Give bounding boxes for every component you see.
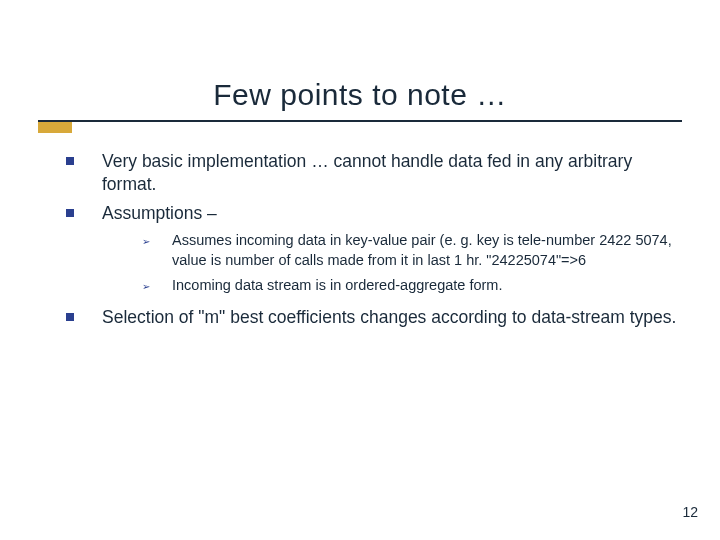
list-item: Very basic implementation … cannot handl… [66,150,684,196]
list-item: Assumptions – [66,202,684,225]
title-underline [38,120,682,122]
square-bullet-icon [66,150,102,196]
title-area: Few points to note … [0,78,720,112]
list-item: Selection of "m" best coefficients chang… [66,306,684,329]
list-item-text: Assumes incoming data in key-value pair … [172,231,684,270]
list-item-text: Assumptions – [102,202,684,225]
slide-title: Few points to note … [0,78,720,112]
list-item: ➢ Incoming data stream is in ordered-agg… [142,276,684,296]
page-number: 12 [682,504,698,520]
arrow-bullet-icon: ➢ [142,231,172,270]
slide-body: Very basic implementation … cannot handl… [66,150,684,335]
sublist: ➢ Assumes incoming data in key-value pai… [142,231,684,296]
square-bullet-icon [66,202,102,225]
list-item: ➢ Assumes incoming data in key-value pai… [142,231,684,270]
accent-block [38,122,72,133]
list-item-text: Incoming data stream is in ordered-aggre… [172,276,684,296]
list-item-text: Very basic implementation … cannot handl… [102,150,684,196]
arrow-bullet-icon: ➢ [142,276,172,296]
list-item-text: Selection of "m" best coefficients chang… [102,306,684,329]
square-bullet-icon [66,306,102,329]
